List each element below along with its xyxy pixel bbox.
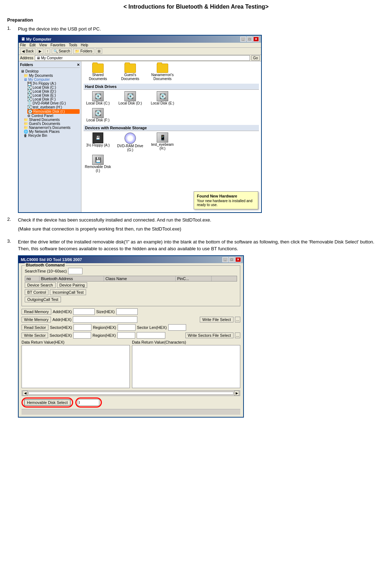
- tree-eyebeam[interactable]: 💽 test_eyebeam (H:): [27, 105, 80, 109]
- up-button[interactable]: ↑: [45, 48, 50, 54]
- tree-controlpanel[interactable]: ⚙ Control Panel: [27, 114, 80, 118]
- step-1-num: 1.: [7, 25, 18, 31]
- tree-locald[interactable]: 💽 Local Disk (D:): [27, 89, 80, 93]
- tree-networkplaces[interactable]: 🌐 My Network Places: [24, 130, 80, 134]
- write-addr-input[interactable]: [73, 316, 137, 323]
- device-search-button[interactable]: Device Search: [25, 282, 56, 288]
- nana-docs-icon[interactable]: Nanamerrori's Documents: [148, 64, 177, 81]
- maximize-btn[interactable]: □: [247, 37, 252, 42]
- mlc-minimize-btn[interactable]: _: [222, 257, 228, 262]
- disk-input-highlight: [75, 397, 102, 408]
- menu-bar: File Edit View Favorites Tools Help: [19, 43, 261, 48]
- folders-panel: Folders ✕ 🖥 Desktop 📁 My Documents 🖥 My …: [19, 61, 81, 212]
- page-title: < Introductions for Bluetooth & Hidden A…: [7, 4, 385, 10]
- mlc-title: MLC9000 Std I/O Tool 13/06 2007: [21, 257, 82, 262]
- data-return-chars-textarea[interactable]: [132, 345, 240, 388]
- read-sector-input[interactable]: [74, 324, 91, 331]
- incoming-call-button[interactable]: IncomingCall Test: [50, 289, 86, 295]
- local-e-icon[interactable]: 💽 Local Disk (E:): [148, 91, 177, 105]
- write-sectors-file-select-button[interactable]: Write Sectors File Select: [185, 332, 233, 338]
- removable-disk-row: Hemovable Disk Select: [22, 397, 240, 408]
- tree-guestdocs[interactable]: 📁 Guest's Documents: [24, 122, 80, 126]
- write-file-browse-btn[interactable]: ...: [235, 317, 240, 322]
- bt-control-button[interactable]: BT Control: [25, 289, 48, 295]
- menu-help[interactable]: Help: [81, 43, 88, 47]
- tree-localc[interactable]: 💽 Local Disk (C:): [27, 85, 80, 89]
- address-input[interactable]: 🖥 My Computer: [35, 55, 250, 61]
- eyebeam-icon[interactable]: 📱 test_eyebeam (H:): [148, 132, 177, 152]
- write-sector-extra-input[interactable]: [137, 332, 165, 339]
- tree-mycomp[interactable]: 🖥 My Computer: [24, 78, 80, 82]
- floppy-icon[interactable]: 💾 3½ Floppy (A:): [84, 132, 112, 152]
- menu-tools[interactable]: Tools: [69, 43, 77, 47]
- data-return-chars-box: Data Return Value(Characters): [132, 340, 240, 389]
- dvdram-img: [124, 132, 136, 144]
- menu-file[interactable]: File: [20, 43, 26, 47]
- close-btn[interactable]: ✕: [253, 37, 259, 42]
- device-pairing-button[interactable]: Device Pairing: [57, 282, 88, 288]
- tree-dvdram[interactable]: 💿 DVD-RAM Drive (G:): [27, 101, 80, 105]
- step-2: 2. Check if the device has been successf…: [7, 217, 385, 235]
- sector-len-input[interactable]: [168, 324, 186, 331]
- mlc-titlebar: MLC9000 Std I/O Tool 13/06 2007 _ □ ✕: [19, 256, 243, 263]
- local-c-label: Local Disk (C:): [86, 101, 110, 105]
- menu-favorites[interactable]: Favorites: [51, 43, 65, 47]
- search-time-input[interactable]: [68, 268, 82, 274]
- tree-nandocs[interactable]: 📁 Nanamerrori's Documents: [24, 126, 80, 130]
- local-d-img: 💽: [124, 91, 136, 101]
- data-return-section: Data Return Value(HEX) Data Return Value…: [22, 340, 240, 389]
- removable-disk-select-button[interactable]: Hemovable Disk Select: [24, 399, 71, 406]
- data-return-hex-textarea[interactable]: [22, 345, 130, 388]
- tree-removable[interactable]: 💽 Removable Disk (I:): [27, 109, 80, 114]
- write-sector-button[interactable]: Write Sector: [22, 332, 48, 338]
- tree-locale[interactable]: 💽 Local Disk (E:): [27, 93, 80, 97]
- tree-desktop[interactable]: 🖥 Desktop: [20, 69, 80, 74]
- menu-edit[interactable]: Edit: [29, 43, 36, 47]
- tree-localf[interactable]: 💽 Local Disk (F:): [27, 97, 80, 101]
- tree-recycle[interactable]: 🗑 Recycle Bin: [24, 134, 80, 138]
- write-memory-button[interactable]: Write Memory: [22, 317, 51, 322]
- read-memory-button[interactable]: Read Memory: [22, 309, 51, 315]
- disk-letter-input[interactable]: [78, 399, 99, 406]
- step-2-text: Check if the device has been successfull…: [18, 217, 385, 224]
- outgoing-call-row: OutgoingCall Test: [25, 297, 237, 302]
- menu-view[interactable]: View: [39, 43, 47, 47]
- shared-docs-icon[interactable]: Shared Documents: [84, 64, 112, 81]
- tree-mydocs[interactable]: 📁 My Documents: [24, 74, 80, 78]
- dvdram-icon[interactable]: DVD-RAM Drive (G:): [116, 132, 145, 152]
- tree-floppy[interactable]: 💾 3½ Floppy (A:): [27, 82, 80, 85]
- local-d-icon[interactable]: 💽 Local Disk (D:): [116, 91, 145, 105]
- removable-i-icon[interactable]: 💾 Removable Disk (I:): [84, 155, 112, 173]
- scroll-left-btn[interactable]: ◀: [23, 391, 28, 396]
- bt-group-title: Bluetooth Command: [25, 263, 66, 267]
- search-button[interactable]: 🔍 Search: [52, 48, 72, 54]
- size-input[interactable]: [116, 308, 138, 315]
- folders-label: Folders: [20, 63, 33, 67]
- guest-docs-icon[interactable]: Guest's Documents: [116, 64, 145, 81]
- scroll-right-btn[interactable]: ▶: [234, 391, 239, 396]
- read-region-input[interactable]: [118, 324, 136, 331]
- outgoing-call-button[interactable]: OutgoingCall Test: [25, 297, 61, 302]
- minimize-btn[interactable]: _: [240, 37, 246, 42]
- write-file-select-button[interactable]: Write File Select: [200, 317, 233, 322]
- step-2-content: Check if the device has been successfull…: [18, 217, 385, 235]
- local-c-icon[interactable]: 💽 Local Disk (C:): [84, 91, 112, 105]
- removable-i-label: Removable Disk (I:): [84, 165, 112, 173]
- back-button[interactable]: ◀ Back: [20, 48, 36, 54]
- write-region-input[interactable]: [117, 332, 135, 339]
- write-sectors-browse-btn[interactable]: ...: [235, 332, 240, 338]
- write-memory-row: Write Memory Addr(HEX) Write File Select…: [22, 316, 240, 323]
- folders-close[interactable]: ✕: [77, 63, 80, 67]
- go-button[interactable]: Go: [251, 55, 260, 61]
- write-sector-input[interactable]: [73, 332, 91, 339]
- mlc-close-btn[interactable]: ✕: [235, 257, 241, 262]
- tree-shareddocs[interactable]: 📁 Shared Documents: [24, 118, 80, 122]
- forward-button[interactable]: ▶: [37, 48, 43, 54]
- mlc-maximize-btn[interactable]: □: [229, 257, 235, 262]
- local-f-icon[interactable]: 💽 Local Disk (F:): [84, 108, 112, 122]
- folders-button[interactable]: 📁 Folders: [73, 48, 94, 54]
- read-addr-input[interactable]: [73, 308, 95, 315]
- views-button[interactable]: ⊞: [96, 48, 102, 54]
- read-sector-button[interactable]: Read Sector: [22, 325, 48, 330]
- memory-section: Read Memory Addr(HEX) Size(HEX) Write Me…: [22, 308, 240, 323]
